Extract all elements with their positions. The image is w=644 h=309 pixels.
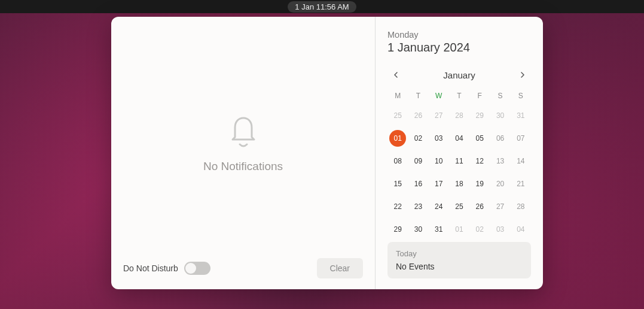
day-cell[interactable]: 22	[387, 197, 408, 216]
day-head: T	[408, 89, 428, 102]
day-head: F	[469, 89, 490, 102]
day-cell[interactable]: 30	[408, 220, 428, 239]
day-cell[interactable]: 20	[490, 174, 510, 193]
day-cell[interactable]: 17	[429, 174, 449, 193]
day-cell[interactable]: 04	[449, 129, 469, 148]
notifications-pane: No Notifications Do Not Disturb Clear	[111, 17, 376, 289]
day-cell[interactable]: 25	[387, 106, 408, 125]
month-nav: January	[387, 69, 531, 81]
day-cell[interactable]: 25	[449, 197, 469, 216]
prev-month-button[interactable]	[390, 69, 402, 81]
day-cell[interactable]: 26	[408, 106, 428, 125]
day-cell[interactable]: 02	[469, 220, 490, 239]
day-cell[interactable]: 28	[511, 197, 531, 216]
day-cell[interactable]: 01	[387, 129, 408, 148]
clock-button[interactable]: 1 Jan 11:56 AM	[288, 1, 356, 13]
day-cell[interactable]: 24	[429, 197, 449, 216]
day-cell[interactable]: 04	[511, 220, 531, 239]
day-cell[interactable]: 26	[469, 197, 490, 216]
day-cell[interactable]: 14	[511, 152, 531, 171]
day-cell[interactable]: 13	[490, 152, 510, 171]
dnd-toggle-handle	[185, 263, 196, 274]
day-head: T	[449, 89, 469, 102]
day-cell[interactable]: 31	[429, 220, 449, 239]
no-events-label: No Events	[396, 262, 523, 271]
day-cell[interactable]: 29	[469, 106, 490, 125]
day-cell[interactable]: 06	[490, 129, 510, 148]
day-cell[interactable]: 10	[429, 152, 449, 171]
calendar-pane: Monday 1 January 2024 January MTWTFSS252…	[376, 17, 543, 289]
no-notifications-label: No Notifications	[203, 160, 283, 173]
day-cell[interactable]: 09	[408, 152, 428, 171]
top-bar: 1 Jan 11:56 AM	[0, 0, 644, 13]
day-cell[interactable]: 19	[469, 174, 490, 193]
chevron-left-icon	[393, 72, 399, 78]
day-cell[interactable]: 15	[387, 174, 408, 193]
notifications-empty-state: No Notifications	[123, 28, 363, 258]
date-header: Monday 1 January 2024	[387, 30, 531, 69]
weekday-label: Monday	[387, 30, 531, 40]
day-head: W	[429, 89, 449, 102]
day-cell[interactable]: 28	[449, 106, 469, 125]
notification-calendar-panel: No Notifications Do Not Disturb Clear Mo…	[111, 17, 543, 289]
day-cell[interactable]: 03	[490, 220, 510, 239]
day-cell[interactable]: 11	[449, 152, 469, 171]
day-cell[interactable]: 18	[449, 174, 469, 193]
notifications-footer: Do Not Disturb Clear	[123, 258, 363, 278]
day-cell[interactable]: 27	[429, 106, 449, 125]
bell-icon	[229, 113, 258, 149]
day-cell[interactable]: 21	[511, 174, 531, 193]
day-cell[interactable]: 03	[429, 129, 449, 148]
day-cell[interactable]: 31	[511, 106, 531, 125]
day-cell[interactable]: 23	[408, 197, 428, 216]
day-cell[interactable]: 02	[408, 129, 428, 148]
full-date-label: 1 January 2024	[387, 41, 531, 54]
day-cell[interactable]: 16	[408, 174, 428, 193]
dnd-label: Do Not Disturb	[123, 263, 178, 273]
day-cell[interactable]: 05	[469, 129, 490, 148]
day-cell[interactable]: 07	[511, 129, 531, 148]
day-cell[interactable]: 27	[490, 197, 510, 216]
day-head: S	[511, 89, 531, 102]
events-today-label: Today	[396, 249, 523, 258]
day-cell[interactable]: 08	[387, 152, 408, 171]
clear-button[interactable]: Clear	[317, 258, 363, 278]
next-month-button[interactable]	[517, 69, 529, 81]
chevron-right-icon	[520, 72, 526, 78]
day-cell[interactable]: 29	[387, 220, 408, 239]
dnd-toggle[interactable]	[184, 262, 210, 275]
events-box: Today No Events	[387, 242, 531, 278]
day-head: M	[387, 89, 408, 102]
day-cell[interactable]: 30	[490, 106, 510, 125]
dnd-group: Do Not Disturb	[123, 262, 210, 275]
calendar-grid: MTWTFSS252627282930310102030405060708091…	[387, 89, 531, 239]
month-label: January	[443, 70, 475, 80]
day-head: S	[490, 89, 510, 102]
day-cell[interactable]: 01	[449, 220, 469, 239]
day-cell[interactable]: 12	[469, 152, 490, 171]
